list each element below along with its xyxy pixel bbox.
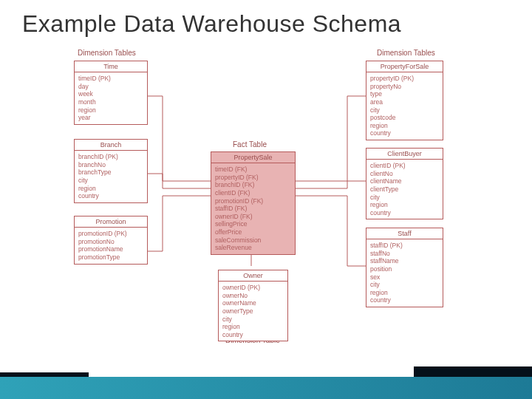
field: ownerID (PK): [222, 284, 284, 292]
table-time-header: Time: [75, 61, 147, 72]
field: promotionName: [78, 245, 143, 253]
schema-canvas: Dimension Tables Dimension Tables Fact T…: [0, 44, 532, 384]
field: city: [78, 177, 143, 185]
table-clientbuyer-body: clientID (PK)clientNoclientNameclientTyp…: [366, 160, 443, 219]
field: area: [370, 98, 439, 106]
page-title: Example Data Warehouse Schema: [0, 0, 532, 38]
table-owner: Owner ownerID (PK)ownerNoownerNameownerT…: [218, 270, 288, 341]
field: city: [370, 106, 439, 115]
field: city: [370, 281, 439, 289]
field: month: [78, 98, 143, 106]
table-clientbuyer-header: ClientBuyer: [366, 149, 443, 160]
field: clientType: [370, 185, 439, 194]
table-branch-body: branchID (PK)branchNobranchTypecityregio…: [75, 151, 147, 202]
field: region: [370, 122, 439, 130]
field: saleCommission: [215, 236, 291, 245]
field: country: [370, 129, 439, 137]
field: region: [78, 106, 143, 115]
table-staff: Staff staffID (PK)staffNostaffNamepositi…: [366, 228, 443, 307]
field: timeID (FK): [215, 166, 291, 174]
field: branchNo: [78, 161, 143, 169]
field: promotionNo: [78, 238, 143, 246]
field: offerPrice: [215, 228, 291, 236]
field: saleRevenue: [215, 244, 291, 252]
field: promotionType: [78, 253, 143, 262]
field: branchID (FK): [215, 181, 291, 189]
decoration-bar-right: [414, 366, 532, 377]
table-owner-header: Owner: [219, 270, 287, 282]
table-staff-header: Staff: [366, 228, 443, 239]
field: city: [370, 194, 439, 202]
table-propertyforsale: PropertyForSale propertyID (PK)propertyN…: [366, 61, 443, 140]
field: sex: [370, 273, 439, 282]
table-clientbuyer: ClientBuyer clientID (PK)clientNoclientN…: [366, 148, 443, 219]
field: country: [370, 296, 439, 304]
label-fact-table: Fact Table: [233, 140, 267, 149]
field: clientNo: [370, 170, 439, 178]
table-branch: Branch branchID (PK)branchNobranchTypeci…: [74, 139, 148, 203]
field: week: [78, 90, 143, 98]
field: country: [222, 331, 284, 339]
table-owner-body: ownerID (PK)ownerNoownerNameownerTypecit…: [219, 282, 287, 341]
table-time: Time timeID (PK)dayweekmonthregionyear: [74, 61, 148, 125]
table-propertysale: PropertySale timeID (FK)propertyID (FK)b…: [211, 151, 296, 255]
table-propertysale-header: PropertySale: [211, 152, 295, 163]
field: sellingPrice: [215, 220, 291, 228]
field: staffID (FK): [215, 205, 291, 213]
field: country: [370, 209, 439, 217]
field: staffID (PK): [370, 242, 439, 250]
field: staffNo: [370, 250, 439, 258]
table-propertyforsale-body: propertyID (PK)propertyNotypeareacitypos…: [366, 72, 443, 140]
table-promotion-header: Promotion: [75, 216, 147, 228]
field: ownerType: [222, 307, 284, 316]
table-promotion: Promotion promotionID (PK)promotionNopro…: [74, 216, 148, 265]
field: region: [370, 201, 439, 209]
field: clientID (PK): [370, 162, 439, 170]
field: branchType: [78, 168, 143, 177]
field: propertyID (PK): [370, 75, 439, 83]
field: branchID (PK): [78, 153, 143, 161]
field: position: [370, 265, 439, 273]
label-dimension-left: Dimension Tables: [78, 49, 136, 57]
field: country: [78, 192, 143, 200]
field: ownerNo: [222, 292, 284, 300]
field: promotionID (PK): [78, 230, 143, 238]
table-branch-header: Branch: [75, 140, 147, 151]
table-time-body: timeID (PK)dayweekmonthregionyear: [75, 72, 147, 124]
field: day: [78, 83, 143, 91]
field: timeID (PK): [78, 75, 143, 83]
field: region: [222, 323, 284, 331]
field: propertyID (FK): [215, 174, 291, 182]
field: year: [78, 114, 143, 122]
field: propertyNo: [370, 83, 439, 91]
field: clientID (FK): [215, 189, 291, 197]
field: postcode: [370, 114, 439, 122]
field: type: [370, 90, 439, 98]
field: promotionID (FK): [215, 197, 291, 205]
field: ownerID (FK): [215, 213, 291, 221]
label-dimension-right: Dimension Tables: [377, 49, 435, 57]
field: clientName: [370, 177, 439, 185]
table-propertysale-body: timeID (FK)propertyID (FK)branchID (FK)c…: [211, 163, 295, 254]
table-promotion-body: promotionID (PK)promotionNopromotionName…: [75, 228, 147, 264]
field: staffName: [370, 257, 439, 265]
table-propertyforsale-header: PropertyForSale: [366, 61, 443, 72]
field: region: [78, 185, 143, 193]
table-staff-body: staffID (PK)staffNostaffNamepositionsexc…: [366, 239, 443, 307]
field: region: [370, 289, 439, 297]
field: ownerName: [222, 299, 284, 307]
field: city: [222, 316, 284, 324]
decoration-footer: [0, 377, 532, 399]
